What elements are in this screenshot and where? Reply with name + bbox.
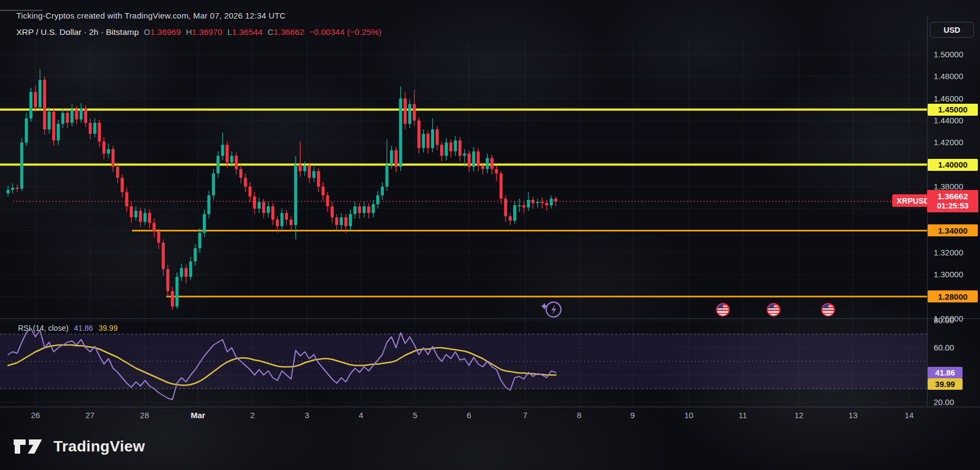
time-axis-label: 5 [405,410,425,420]
candle-body [148,213,151,223]
rsi-ma-value: 39.99 [99,324,118,332]
candle-body [312,171,316,178]
tradingview-watermark[interactable]: TradingView [14,438,145,455]
candle-body [322,187,325,195]
candle-body [404,99,407,124]
candlesticks [7,69,557,310]
candle-body [372,204,375,213]
candle-body [545,203,549,205]
candle-body [267,206,270,213]
currency-toggle-button[interactable]: USD [930,22,974,38]
symbol-legend-row[interactable]: XRP / U.S. Dollar · 2h · Bitstamp O1.369… [16,27,381,37]
candle-body [70,110,74,123]
candle-body [436,129,439,145]
candle-body [262,202,266,213]
candle-body [162,243,165,269]
candle-body [390,150,393,164]
candle-body [230,156,233,162]
candle-body [203,214,206,233]
candle-body [84,109,87,123]
candle-body [125,192,129,206]
candle-body [249,187,252,197]
candle-body [349,214,352,226]
lightning-event-icon[interactable] [539,299,563,323]
candle-body [527,200,530,207]
us-flag-event-icon[interactable] [821,303,835,317]
candle-body [93,123,97,134]
candle-body [399,99,402,167]
rsi-legend-row[interactable]: RSI (14, close) 41.86 39.99 [18,324,118,332]
candle-body [431,129,434,148]
candle-body [280,213,284,226]
rsi-band [0,334,927,389]
price-axis-tick: 1.46000 [934,94,963,103]
candle-body [199,233,202,248]
candle-body [299,165,302,171]
candle-body [16,188,19,189]
candle-body [554,199,557,201]
candle-body [490,158,494,169]
candle-body [550,199,553,205]
candle-body [29,92,33,118]
time-axis-label: 2 [243,410,262,420]
candle-body [481,166,484,169]
chart-window: Ticking-Cryptos created with TradingView… [0,0,980,470]
candle-body [212,174,215,195]
candle-body [221,145,224,156]
last-price-label: 1.36662 01:25:53 [927,190,978,212]
candle-body [61,113,64,124]
us-flag-event-icon[interactable] [767,303,780,317]
level-price-label: 1.34000 [928,224,978,236]
flag-canton [717,304,723,308]
tradingview-logo-text: TradingView [53,438,145,455]
candle-body [477,151,480,165]
bar-countdown: 01:25:53 [937,201,969,211]
time-axis-label: 28 [135,410,154,420]
candle-body [290,219,293,225]
price-axis-tick: 1.42000 [934,138,963,147]
candle-body [189,261,193,277]
rsi-value-label: 41.86 [928,367,963,378]
candle-body [57,124,60,140]
candle-body [449,142,453,151]
time-axis-label: 9 [623,410,642,420]
candle-body [285,213,288,219]
rsi-axis-tick: 60.00 [934,343,954,352]
time-axis-label: 8 [569,410,589,420]
candle-body [381,187,384,195]
symbol-title[interactable]: XRP / U.S. Dollar · 2h · Bitstamp [16,27,139,37]
candle-body [235,156,238,169]
candle-body [153,223,156,231]
candle-body [180,268,183,277]
candle-body [134,211,137,217]
price-axis-tick: 1.48000 [934,72,963,81]
candle-body [47,112,51,129]
candle-body [176,277,179,306]
level-price-label: 1.40000 [928,159,978,171]
candle-body [166,269,170,291]
us-flag-event-icon[interactable] [716,303,730,317]
rsi-axis-tick: 80.00 [934,316,954,325]
candle-body [89,123,92,134]
candle-body [217,156,220,173]
candle-body [7,190,10,193]
flag-canton [768,304,774,308]
candle-body [34,92,37,108]
candle-body [509,216,512,221]
ohlc-low: L1.36544 [227,27,263,37]
candle-body [358,206,361,213]
rsi-title[interactable]: RSI (14, close) [18,324,69,332]
candle-body [194,248,197,261]
candle-body [513,205,516,221]
candle-body [376,195,380,204]
candle-body [276,219,279,226]
time-axis-label: 7 [515,410,535,420]
price-change: −0.00344 (−0.25%) [309,27,382,37]
candle-body [518,205,521,206]
time-axis-label: 6 [459,410,479,420]
candle-body [11,188,14,190]
candle-body [171,291,174,306]
rsi-ma-value-label: 39.99 [928,378,963,390]
chart-canvas[interactable] [0,0,980,470]
candle-body [486,158,489,169]
